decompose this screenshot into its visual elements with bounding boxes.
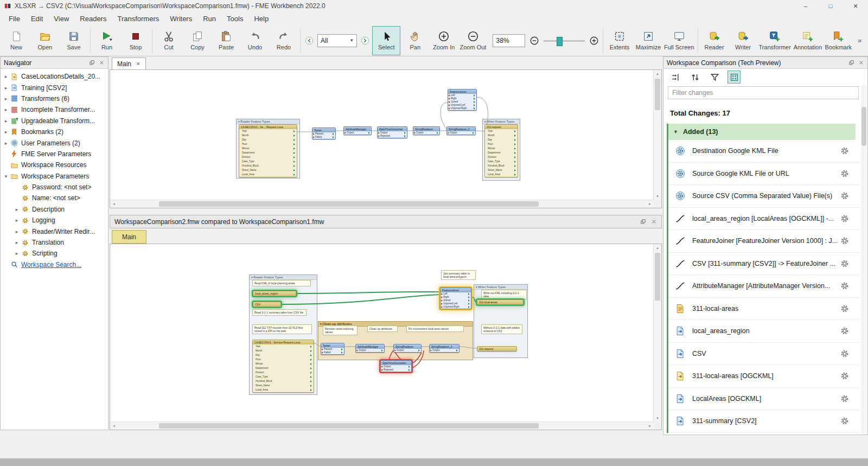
change-item-source-google-kml-file-or-url[interactable]: Source Google KML File or URL — [668, 163, 860, 186]
caseconv1-reader-node[interactable]: CASECONV1 - Se... Request LocaYearMonthD… — [239, 124, 297, 177]
menu-edit[interactable]: Edit — [25, 13, 48, 24]
change-item-local-areas-region[interactable]: local_areas_region — [668, 320, 860, 343]
previous-bookmark-button[interactable] — [303, 27, 316, 55]
change-item-attributemanager-attributemanager-version[interactable]: AttributeManager [AttributeManager Versi… — [668, 275, 860, 298]
gear-icon[interactable] — [839, 371, 850, 381]
chevron-right-icon[interactable]: ▸ — [3, 74, 9, 79]
redo-button[interactable]: Redo — [270, 26, 298, 55]
maximize-button[interactable]: □ — [818, 0, 843, 12]
annotation[interactable]: Remove noise-inducing values — [323, 325, 358, 335]
chevron-right-icon[interactable]: ▸ — [14, 218, 20, 223]
change-item-source-csv-comma-separated-value-file-s[interactable]: Source CSV (Comma Separated Value) File(… — [668, 185, 860, 208]
change-item-311-summary-csv2[interactable]: 311-summary [CSV2] — [668, 410, 860, 433]
menu-writers[interactable]: Writers — [164, 13, 197, 24]
gear-icon[interactable] — [839, 145, 850, 156]
annotation[interactable]: Write out KML including 3-1-1 data — [481, 290, 527, 299]
gear-icon[interactable] — [839, 303, 850, 314]
navigator-item-reader-writer-redir[interactable]: ▸Reader/Writer Redir... — [1, 226, 108, 237]
chevron-right-icon[interactable]: ▸ — [3, 107, 9, 112]
comparison-canvas[interactable]: Reader Feature TypesWriter Feature Types… — [110, 244, 662, 430]
zoom-slider-plus-button[interactable] — [588, 27, 601, 55]
navigator-item-translation[interactable]: ▸Translation — [1, 237, 108, 248]
gear-icon[interactable] — [839, 235, 850, 246]
csv-node[interactable]: CSV — [253, 302, 281, 307]
horizontal-scrollbar[interactable]: ◂ ▸ — [110, 200, 654, 208]
chevron-right-icon[interactable]: ▸ — [3, 141, 9, 146]
zoom-in-button[interactable]: Zoom In — [430, 26, 458, 55]
change-item-csv-311-summary-csv2-featurejoiner[interactable]: CSV [311-summary [CSV2]] -> FeatureJoine… — [668, 253, 860, 276]
full-screen-button[interactable]: Full Screen — [663, 26, 695, 55]
merge-changes-button[interactable] — [669, 71, 682, 84]
chevron-right-icon[interactable]: ▸ — [3, 118, 9, 124]
workspace-canvas-1[interactable]: Reader Feature TypesWriter Feature Types… — [110, 69, 662, 208]
datetimeconverter-node[interactable]: DateTimeConverterOutputRejected — [380, 360, 412, 372]
chevron-right-icon[interactable]: ▸ — [14, 229, 20, 234]
zoom-slider[interactable] — [544, 34, 585, 47]
annotation[interactable]: Fix inconsistent local area names — [406, 325, 464, 332]
navigator-item-workspace-parameters[interactable]: ▾Workspace Parameters — [1, 171, 108, 182]
added-section-header[interactable]: ▼ Added (13) — [668, 124, 856, 140]
gear-icon[interactable] — [839, 258, 850, 269]
chevron-right-icon[interactable]: ▸ — [3, 129, 9, 135]
annotation[interactable]: Without 3-1-1 data with edited schema to… — [481, 324, 522, 334]
close-button[interactable]: ✕ — [843, 0, 868, 12]
navigator-item-workspace-search[interactable]: Workspace Search... — [1, 259, 108, 270]
featurejoiner-node[interactable]: FeatureJoinerLeftRightJoinedUnjoined Lef… — [448, 89, 477, 111]
tester-node[interactable]: TesterPassedFailed — [321, 343, 344, 355]
menu-file[interactable]: File — [3, 13, 25, 24]
navigator-item-caselocationsdetails-20[interactable]: ▸CaseLocationsDetails_20... — [1, 71, 108, 82]
toolbar-overflow-button[interactable]: » — [853, 37, 866, 44]
close-icon[interactable] — [651, 219, 657, 225]
horizontal-scrollbar[interactable]: ◂ ▸ — [110, 422, 654, 430]
zoom-level-input[interactable]: 38% — [493, 34, 525, 47]
tab-close-icon[interactable]: ✕ — [136, 61, 141, 67]
chevron-down-icon[interactable]: ▾ — [3, 174, 9, 179]
extents-button[interactable]: Extents — [605, 26, 634, 55]
navigator-item-fme-server-parameters[interactable]: FME Server Parameters — [1, 149, 108, 159]
311-local-areas-writer-node[interactable]: 311-local-areas — [477, 299, 524, 305]
stringreplacer-node[interactable]: StringReplacerOutput — [413, 126, 440, 135]
attributemanager-node[interactable]: AttributeManagerOutput — [343, 126, 372, 135]
gear-icon[interactable] — [839, 280, 850, 291]
annotation-button[interactable]: Annotation — [793, 26, 824, 55]
change-item-featurejoiner-featurejoiner-version-1000-j[interactable]: FeatureJoiner [FeatureJoiner Version 100… — [668, 230, 860, 253]
float-icon[interactable] — [848, 60, 854, 66]
navigator-item-name-not-set[interactable]: Name: <not set> — [1, 193, 108, 203]
sort-changes-button[interactable] — [688, 71, 701, 84]
change-item-311-local-areas[interactable]: 311-local-areas — [668, 298, 860, 321]
annotation[interactable]: Read 3-1-1 summary table from CSV file — [252, 309, 307, 316]
reader-button[interactable]: Reader — [700, 26, 729, 55]
navigator-item-logging[interactable]: ▸Logging — [1, 215, 108, 226]
attributemanager-node[interactable]: AttributeManagerOutput — [355, 344, 385, 353]
bookmark-button[interactable]: Bookmark — [824, 26, 853, 55]
stop-button[interactable]: Stop — [122, 26, 150, 55]
float-icon[interactable] — [89, 60, 95, 66]
tester-node[interactable]: TesterPassedFailed — [312, 127, 336, 139]
caseconv1-reader-node[interactable]: CASECONV1 - Service Request LocaYearMont… — [252, 340, 314, 393]
writer-button[interactable]: Writer — [729, 26, 757, 55]
change-item-311-local-areas-ogckml[interactable]: 311-local-areas [OGCKML] — [668, 365, 860, 388]
panel-scrollbar[interactable] — [861, 85, 867, 434]
navigator-item-incomplete-transformer[interactable]: ▸Incomplete Transformer... — [1, 104, 108, 115]
local-areas-region-node[interactable]: local_areas_region — [253, 291, 296, 296]
navigator-item-password-not-set[interactable]: Password: <not set> — [1, 182, 108, 193]
annotation[interactable]: Join summary table to local area polygon… — [441, 270, 476, 280]
zoom-out-button[interactable]: Zoom Out — [458, 26, 487, 55]
featurejoiner-node[interactable]: FeatureJoinerLeftRightJoinedUnjoined Lef… — [440, 288, 471, 309]
minimize-button[interactable]: – — [793, 0, 818, 12]
paste-button[interactable]: Paste — [212, 26, 240, 55]
menu-run[interactable]: Run — [197, 13, 221, 24]
change-item-csv[interactable]: CSV — [668, 343, 860, 366]
change-item-localareas-ogckml[interactable]: LocalAreas [OGCKML] — [668, 388, 860, 411]
stringreplacer2-node[interactable]: StringReplacer_2Output — [446, 126, 476, 135]
gear-icon[interactable] — [839, 325, 850, 336]
filter-changes-button[interactable] — [708, 71, 721, 84]
navigator-item-bookmarks-2[interactable]: ▸Bookmarks (2) — [1, 126, 108, 137]
tab-comparison-main[interactable]: Main — [112, 230, 146, 244]
tab-main[interactable]: Main ✕ — [112, 58, 146, 69]
311-request-writer-node[interactable]: 311-requestYearMonthDayHourMinuteDepartm… — [484, 124, 518, 177]
navigator-item-scripting[interactable]: ▸Scripting — [1, 248, 108, 259]
navigator-item-transformers-6[interactable]: ▸Transformers (6) — [1, 93, 108, 104]
annotation[interactable]: Read KML of local planning areas — [252, 280, 311, 286]
gear-icon[interactable] — [839, 416, 850, 426]
